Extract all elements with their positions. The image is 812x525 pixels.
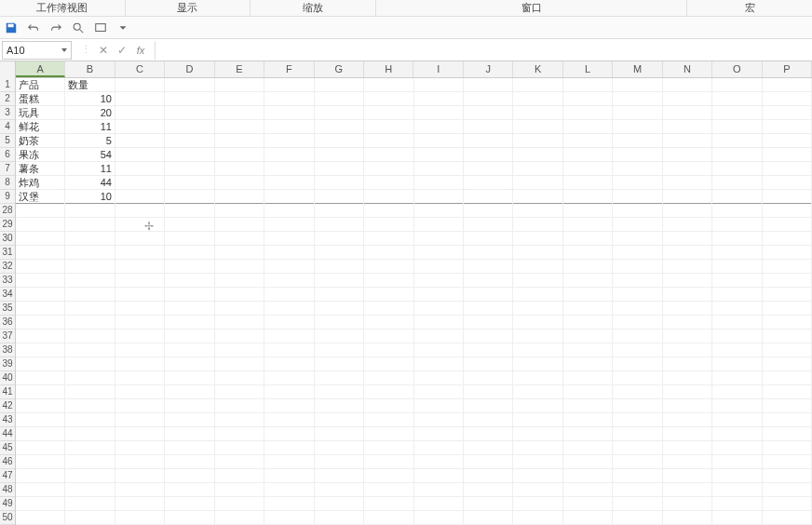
cell[interactable] xyxy=(464,302,513,316)
cell[interactable] xyxy=(513,357,562,371)
cell[interactable] xyxy=(464,427,513,441)
cell[interactable] xyxy=(215,246,264,260)
cell[interactable] xyxy=(315,232,364,246)
cell[interactable] xyxy=(414,413,464,427)
cell[interactable] xyxy=(712,427,762,441)
enter-formula-icon[interactable]: ✓ xyxy=(115,44,129,57)
cell[interactable] xyxy=(215,204,264,218)
cell[interactable] xyxy=(115,413,165,427)
cell[interactable] xyxy=(16,288,65,302)
cell[interactable] xyxy=(663,371,712,385)
col-header-E[interactable]: E xyxy=(215,61,264,77)
cell[interactable] xyxy=(115,204,165,218)
cell[interactable] xyxy=(215,302,264,316)
cell[interactable] xyxy=(165,148,214,162)
cell[interactable] xyxy=(712,455,762,469)
cell[interactable] xyxy=(165,455,214,469)
cell[interactable] xyxy=(613,106,662,120)
row-header[interactable]: 7 xyxy=(0,162,15,176)
cell[interactable] xyxy=(364,357,413,371)
cell[interactable] xyxy=(16,511,65,525)
cell[interactable] xyxy=(315,176,364,190)
cell[interactable] xyxy=(613,455,662,469)
col-header-H[interactable]: H xyxy=(364,61,413,77)
cell[interactable]: 5 xyxy=(65,134,115,148)
cell[interactable] xyxy=(16,469,65,483)
select-all-corner[interactable] xyxy=(0,61,16,78)
cell[interactable] xyxy=(563,232,613,246)
cell[interactable] xyxy=(613,120,662,134)
cell[interactable] xyxy=(364,427,413,441)
cell[interactable] xyxy=(115,511,165,525)
cell[interactable] xyxy=(115,288,165,302)
cell[interactable] xyxy=(264,455,314,469)
col-header-G[interactable]: G xyxy=(315,61,364,77)
cell[interactable] xyxy=(315,106,364,120)
cell[interactable] xyxy=(763,120,812,134)
cell[interactable] xyxy=(763,357,812,371)
cell[interactable] xyxy=(215,120,264,134)
cell[interactable] xyxy=(563,120,613,134)
row-header[interactable]: 1 xyxy=(0,78,15,92)
cell[interactable] xyxy=(165,316,214,330)
cell[interactable] xyxy=(712,302,762,316)
cell[interactable] xyxy=(663,260,712,274)
cell[interactable] xyxy=(315,288,364,302)
row-header[interactable]: 30 xyxy=(0,232,15,246)
cell[interactable] xyxy=(763,511,812,525)
cell[interactable] xyxy=(613,316,662,330)
cell[interactable] xyxy=(763,92,812,106)
cell[interactable] xyxy=(563,246,613,260)
cell[interactable] xyxy=(563,441,613,455)
cell[interactable] xyxy=(165,274,214,288)
cell[interactable] xyxy=(264,134,314,148)
cell[interactable]: 蛋糕 xyxy=(16,92,65,106)
cell[interactable] xyxy=(115,483,165,497)
cell[interactable] xyxy=(115,316,165,330)
cell[interactable] xyxy=(315,246,364,260)
cell[interactable] xyxy=(414,106,464,120)
row-header[interactable]: 45 xyxy=(0,441,15,455)
row-header[interactable]: 40 xyxy=(0,371,15,385)
cell[interactable] xyxy=(414,232,464,246)
cell[interactable] xyxy=(264,316,314,330)
cell[interactable] xyxy=(613,497,662,511)
row-header[interactable]: 46 xyxy=(0,455,15,469)
col-header-L[interactable]: L xyxy=(563,61,613,77)
cell[interactable] xyxy=(215,218,264,232)
cell[interactable] xyxy=(763,190,812,204)
cell[interactable] xyxy=(663,232,712,246)
cell[interactable] xyxy=(414,190,464,204)
cell[interactable] xyxy=(712,92,762,106)
row-header[interactable]: 4 xyxy=(0,120,15,134)
cell[interactable] xyxy=(663,497,712,511)
cell[interactable] xyxy=(264,399,314,413)
cell[interactable] xyxy=(414,162,464,176)
cell[interactable] xyxy=(115,441,165,455)
cell[interactable] xyxy=(315,413,364,427)
cell[interactable] xyxy=(513,204,562,218)
cell[interactable] xyxy=(414,469,464,483)
cell[interactable] xyxy=(712,232,762,246)
name-box[interactable]: A10 xyxy=(2,41,72,60)
cell[interactable] xyxy=(414,427,464,441)
row-header[interactable]: 31 xyxy=(0,246,15,260)
cell[interactable] xyxy=(364,511,413,525)
row-header[interactable]: 36 xyxy=(0,316,15,330)
cell[interactable] xyxy=(513,385,562,399)
cell[interactable] xyxy=(763,260,812,274)
cell[interactable] xyxy=(315,190,364,204)
cell[interactable] xyxy=(563,427,613,441)
cell[interactable] xyxy=(215,176,264,190)
formula-bar[interactable] xyxy=(155,41,812,60)
cell[interactable] xyxy=(364,78,413,92)
cell[interactable] xyxy=(663,455,712,469)
cell[interactable] xyxy=(115,469,165,483)
cell[interactable] xyxy=(763,162,812,176)
cell[interactable]: 数量 xyxy=(65,78,115,92)
cell[interactable]: 玩具 xyxy=(16,106,65,120)
cell[interactable] xyxy=(315,371,364,385)
cell[interactable] xyxy=(513,162,562,176)
cell[interactable] xyxy=(215,455,264,469)
cell[interactable]: 鲜花 xyxy=(16,120,65,134)
